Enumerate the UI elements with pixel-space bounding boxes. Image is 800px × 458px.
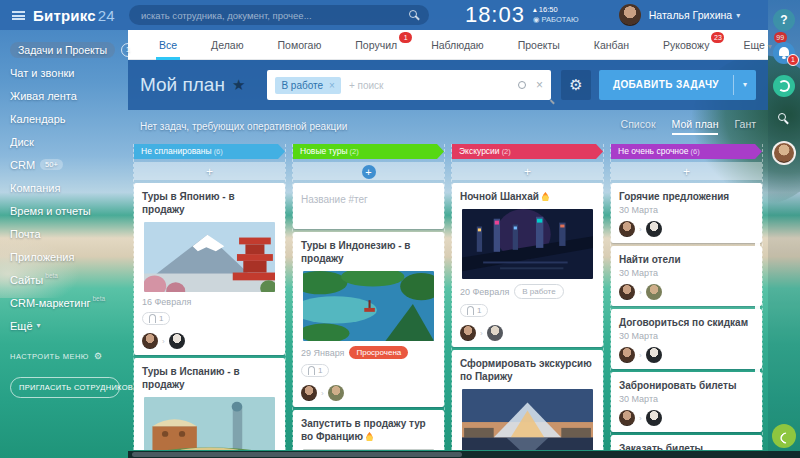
add-task-button[interactable]: ДОБАВИТЬ ЗАДАЧУ ▾	[599, 70, 756, 100]
favorite-star-icon[interactable]: ★	[232, 76, 245, 94]
due-date: 30 Марта	[619, 331, 658, 341]
add-task-caret-icon[interactable]: ▾	[734, 70, 756, 100]
filter-search-icon[interactable]	[518, 81, 526, 89]
task-card[interactable]: Сформировать экскурсию по Парижу 29 Март…	[452, 350, 603, 450]
page-title: Мой план	[140, 74, 225, 96]
chip-close-icon[interactable]: ×	[329, 80, 335, 91]
app-logo[interactable]: Битрикс24	[33, 7, 115, 24]
quick-add-input[interactable]	[301, 194, 436, 205]
flame-icon	[542, 192, 549, 201]
task-card[interactable]: Найти отели 30 Марта ›	[611, 246, 762, 306]
kanban-column-not-urgent: Не очень срочное(6) + Горячие предложени…	[610, 144, 763, 450]
invite-employees-button[interactable]: ПРИГЛАСИТЬ СОТРУДНИКОВ⊕	[10, 377, 120, 398]
task-card[interactable]: Туры в Испанию - в продажу 13 Февраля 1 …	[134, 358, 285, 450]
column-add-button[interactable]: +	[611, 162, 762, 180]
horizontal-scrollbar[interactable]	[128, 451, 800, 458]
tab-watching[interactable]: Наблюдаю	[414, 30, 501, 60]
creator-avatar	[301, 385, 317, 401]
column-header[interactable]: Не очень срочное(6)	[611, 144, 762, 159]
view-gantt[interactable]: Гант	[734, 118, 756, 135]
sidebar-item-sites[interactable]: Сайтыbeta	[10, 268, 120, 291]
top-bar: Битрикс24 18:03 ▴ 16:50 ◉ РАБОТАЮ Наталь…	[0, 0, 768, 30]
filter-box[interactable]: В работе× ×	[267, 70, 551, 100]
sidebar-item-more[interactable]: Ещё▾	[10, 314, 120, 337]
tab-projects[interactable]: Проекты	[501, 30, 577, 60]
sidebar-item-apps[interactable]: Приложения	[10, 245, 120, 268]
filter-chip[interactable]: В работе×	[275, 77, 341, 94]
plus-icon: +	[524, 165, 531, 179]
task-card[interactable]: Запустить в продажу тур во Францию	[293, 410, 444, 450]
card-image-spain	[144, 397, 275, 450]
sidebar-item-tasks[interactable]: Задачи и Проекты1	[10, 38, 120, 61]
column-add-button[interactable]: +	[293, 162, 444, 180]
sidebar-item-company[interactable]: Компания	[10, 176, 120, 199]
arrow-icon: ›	[480, 329, 483, 338]
column-header[interactable]: Не спланированы(6)	[134, 144, 285, 159]
column-scrollbar[interactable]	[755, 184, 760, 424]
task-card[interactable]: Заказать билеты 28 Февраля ›	[611, 435, 762, 450]
sidebar-item-time-reports[interactable]: Время и отчеты	[10, 199, 120, 222]
tab-managing[interactable]: Руковожу23	[646, 30, 726, 60]
checklist-icon	[308, 366, 315, 375]
sidebar-item-mail[interactable]: Почта	[10, 222, 120, 245]
tab-badge: 1	[399, 32, 412, 43]
kanban-column-excursions: Экскурсии(2) + Ночной Шанхай 20 ФевраляВ…	[451, 144, 604, 450]
column-header[interactable]: Экскурсии(2)	[452, 144, 603, 159]
tab-doing[interactable]: Делаю	[194, 30, 260, 60]
task-card[interactable]: Договориться по скидкам 30 Марта ›	[611, 309, 762, 369]
sidebar-item-crm-marketing[interactable]: CRM-маркетингbeta	[10, 291, 120, 314]
quick-add-card[interactable]	[293, 183, 444, 229]
filter-search-input[interactable]	[349, 80, 518, 91]
board-settings-button[interactable]: ⚙	[561, 70, 591, 100]
search-icon[interactable]	[409, 10, 417, 18]
column-add-button[interactable]: +	[452, 162, 603, 180]
global-search-input[interactable]	[129, 5, 429, 25]
work-status[interactable]: ▴ 16:50 ◉ РАБОТАЮ	[533, 5, 579, 25]
kanban-board: Не спланированы(6) + Туры в Японию - в п…	[128, 142, 768, 458]
phone-button[interactable]	[772, 424, 796, 448]
page-header: Мой план ★ В работе× × ⚙ ДОБАВИТЬ ЗАДАЧУ…	[128, 60, 768, 110]
configure-menu-button[interactable]: НАСТРОИТЬ МЕНЮ⚙	[10, 351, 120, 361]
tab-kanban[interactable]: Канбан	[577, 30, 646, 60]
task-card[interactable]: Туры в Японию - в продажу 16 Февраля 1 ›	[134, 183, 285, 355]
column-header[interactable]: Новые туры(2)	[293, 144, 444, 159]
filter-clear-icon[interactable]: ×	[536, 78, 543, 92]
task-card[interactable]: Горячие предложения 30 Марта ›	[611, 183, 762, 243]
arrow-icon: ›	[639, 225, 642, 234]
task-card[interactable]: Туры в Индонезию - в продажу 29 ЯнваряПр…	[293, 232, 444, 407]
sidebar-item-crm[interactable]: CRM50+	[10, 153, 120, 176]
tab-helping[interactable]: Помогаю	[261, 30, 339, 60]
column-add-button[interactable]: +	[134, 162, 285, 180]
work-clock[interactable]: 18:03	[465, 2, 525, 28]
video-call-button[interactable]	[773, 75, 795, 97]
task-card[interactable]: Ночной Шанхай 20 ФевраляВ работе 1 ›	[452, 183, 603, 347]
bell-icon	[779, 47, 789, 56]
creator-avatar	[142, 333, 158, 349]
column-cards: Горячие предложения 30 Марта › Найти оте…	[611, 183, 762, 450]
creator-avatar	[619, 410, 635, 426]
rail-profile-avatar[interactable]	[772, 141, 796, 165]
menu-icon[interactable]	[12, 11, 25, 20]
card-participants: ›	[619, 221, 754, 237]
task-card[interactable]: Забронировать билеты 30 Марта ›	[611, 372, 762, 432]
view-my-plan[interactable]: Мой план	[672, 118, 719, 135]
card-image-france	[303, 449, 434, 450]
kanban-column-new-tours: Новые туры(2) + Туры в Индонезию - в про…	[292, 144, 445, 450]
away-icon: ▴	[533, 5, 537, 14]
help-button[interactable]: ?	[773, 9, 795, 31]
sidebar-item-drive[interactable]: Диск	[10, 130, 120, 153]
tab-delegated[interactable]: Поручил1	[338, 30, 414, 60]
right-rail: ? 1	[768, 0, 800, 458]
sidebar-item-calendar[interactable]: Календарь	[10, 107, 120, 130]
notifications-button[interactable]: 1	[773, 42, 795, 64]
gear-icon: ⚙	[569, 76, 582, 93]
user-menu[interactable]: Наталья Грихина ▾	[619, 4, 741, 26]
rail-search-button[interactable]	[773, 108, 795, 130]
view-list[interactable]: Список	[621, 118, 656, 135]
checklist-icon	[467, 306, 474, 315]
sidebar-item-feed[interactable]: Живая лента	[10, 84, 120, 107]
checklist-icon	[149, 314, 156, 323]
arrow-icon: ›	[639, 414, 642, 423]
tab-all[interactable]: Все	[142, 30, 194, 60]
sidebar-item-chat[interactable]: Чат и звонки	[10, 61, 120, 84]
